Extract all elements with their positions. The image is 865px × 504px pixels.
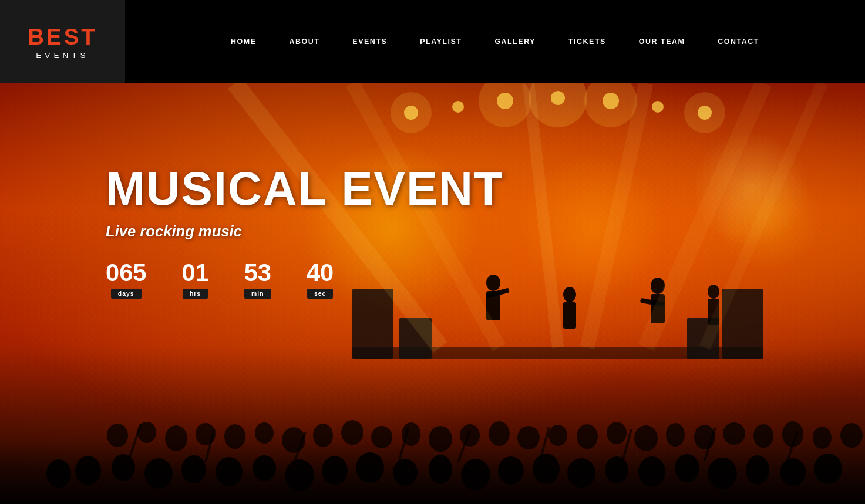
countdown-timer: 065 days 01 hrs 53 min 40 sec bbox=[106, 261, 865, 299]
nav-item-home[interactable]: HOME bbox=[214, 38, 272, 46]
header: BEST EVENTS HOMEABOUTEVENTSPLAYLISTGALLE… bbox=[0, 0, 865, 83]
hero-title: MUSICAL EVENT bbox=[106, 165, 865, 212]
countdown-sec: 40 sec bbox=[307, 261, 334, 299]
nav-item-our-team[interactable]: OUR TEAM bbox=[622, 38, 702, 46]
logo[interactable]: BEST EVENTS bbox=[0, 0, 125, 83]
countdown-min: 53 min bbox=[244, 261, 271, 299]
nav-item-gallery[interactable]: GALLERY bbox=[478, 38, 552, 46]
nav-item-playlist[interactable]: PLAYLIST bbox=[403, 38, 478, 46]
nav-item-events[interactable]: EVENTS bbox=[336, 38, 403, 46]
countdown-min-value: 53 bbox=[244, 261, 271, 285]
countdown-hrs-value: 01 bbox=[181, 261, 208, 285]
logo-events: EVENTS bbox=[36, 51, 89, 60]
countdown-days: 065 days bbox=[106, 261, 146, 299]
nav-item-tickets[interactable]: TICKETS bbox=[552, 38, 622, 46]
countdown-min-label: min bbox=[244, 289, 271, 299]
main-nav: HOMEABOUTEVENTSPLAYLISTGALLERYTICKETSOUR… bbox=[125, 38, 865, 46]
countdown-hrs-label: hrs bbox=[183, 289, 208, 299]
countdown-days-label: days bbox=[111, 289, 142, 299]
countdown-sec-label: sec bbox=[307, 289, 333, 299]
countdown-days-value: 065 bbox=[106, 261, 146, 285]
hero-content: MUSICAL EVENT Live rocking music 065 day… bbox=[0, 83, 865, 299]
hero-section: MUSICAL EVENT Live rocking music 065 day… bbox=[0, 83, 865, 504]
countdown-hrs: 01 hrs bbox=[181, 261, 208, 299]
nav-item-about[interactable]: ABOUT bbox=[273, 38, 336, 46]
hero-subtitle: Live rocking music bbox=[106, 223, 865, 240]
logo-best: BEST bbox=[28, 24, 97, 50]
nav-item-contact[interactable]: CONTACT bbox=[701, 38, 776, 46]
countdown-sec-value: 40 bbox=[307, 261, 334, 285]
